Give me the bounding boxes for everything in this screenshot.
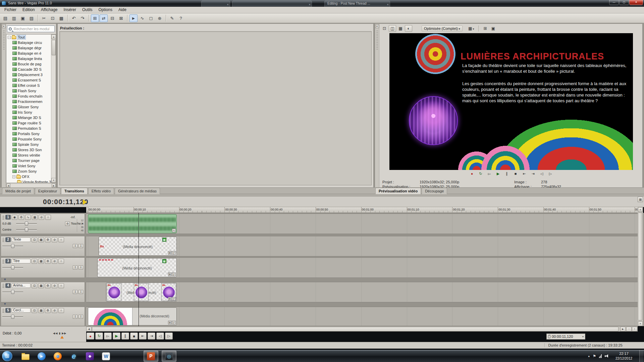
video-clip-cercles[interactable]: (Média déconnecté) <box>88 307 177 325</box>
timeline-previous-frame-button[interactable]: ◁ <box>156 333 164 340</box>
maximize-button[interactable] <box>619 0 629 5</box>
transition-item-tourner-page[interactable]: Tourner page <box>6 158 56 163</box>
bypass-motion-blur-button[interactable]: ⊡ <box>32 283 37 288</box>
track-drag-handle[interactable] <box>2 215 4 220</box>
normal-edit-tool-button[interactable]: ► <box>129 14 138 22</box>
background-window-tab[interactable]: Editing - Post New Thread ... <box>324 1 390 7</box>
pan-fader[interactable] <box>16 228 37 232</box>
dock-grip[interactable] <box>2 24 6 187</box>
dock-grip[interactable] <box>375 24 379 187</box>
tree-horizontal-scrollbar[interactable] <box>6 183 56 188</box>
open-button[interactable]: ▥ <box>10 14 18 22</box>
taskbar-media-player[interactable] <box>34 351 49 362</box>
cut-button[interactable]: ✂ <box>40 14 48 22</box>
zoom-in-button[interactable] <box>632 327 637 331</box>
menu-edition[interactable]: Edition <box>19 7 38 13</box>
taskbar-windows-explorer[interactable] <box>18 351 33 362</box>
solo-button[interactable]: ○ <box>58 259 64 264</box>
transition-item-fondu-enchain[interactable]: Fondu enchaîn <box>6 94 56 99</box>
video-track-header-4[interactable]: 4Anima...⊡▦⚙⊘○↥↧ <box>1 282 85 302</box>
transition-item-boucle-de-pag[interactable]: Boucle de pag <box>6 61 56 67</box>
timeline-record-button[interactable]: ● <box>87 333 94 340</box>
video-preview-canvas[interactable]: LUMIÈRES ARCHIPICTURALES La façade du th… <box>389 33 633 170</box>
taskbar-internet-explorer[interactable] <box>66 351 81 362</box>
video-track-header-2[interactable]: 2Texte⊡▦⚙⊘○↥↧ <box>1 236 85 256</box>
undo-button[interactable]: ↶ <box>70 14 78 22</box>
preview-loop-playback-button[interactable]: ↻ <box>477 171 484 176</box>
scrollbar-thumb[interactable] <box>52 40 56 55</box>
close-button[interactable] <box>629 0 643 5</box>
menu-fichier[interactable]: Fichier <box>1 7 19 13</box>
transition-item-effet-croise-s[interactable]: Effet croisé S <box>6 83 56 88</box>
track-drag-handle[interactable] <box>2 308 4 313</box>
clip-fx-button[interactable] <box>172 297 176 301</box>
bypass-motion-blur-button[interactable]: ⊡ <box>32 259 37 264</box>
mute-button[interactable]: ⊘ <box>52 283 57 288</box>
zoom-edit-tool-button[interactable]: ⊕ <box>156 14 164 22</box>
transition-item-melange-3d-s[interactable]: Mélange 3D S <box>6 115 56 120</box>
preview-quality-dropdown[interactable]: Optimisée (Complet) <box>422 25 463 32</box>
expand-icon[interactable]: + <box>12 175 15 178</box>
preview-record-button[interactable]: ● <box>469 171 475 176</box>
expand-track-down-button[interactable]: ↧ <box>78 315 83 319</box>
timeline-go-to-end-button[interactable]: ⇥ <box>148 333 155 340</box>
expand-track-up-button[interactable]: ↥ <box>73 315 77 319</box>
lock-envelopes-button[interactable]: ⊟ <box>108 14 116 22</box>
expand-track-down-button[interactable]: ↧ <box>78 265 83 269</box>
project-properties-button[interactable]: ▨ <box>28 14 36 22</box>
solo-button[interactable]: ○ <box>45 215 51 220</box>
background-window-tab[interactable] <box>232 1 312 7</box>
timeline-pause-button[interactable]: ∥ <box>121 333 129 340</box>
tree-folder-ofx[interactable]: + OFX <box>6 174 56 179</box>
scroll-down-icon[interactable] <box>51 178 56 183</box>
menu-inserer[interactable]: Insérer <box>61 7 79 13</box>
solo-button[interactable]: ○ <box>58 308 64 313</box>
track-drag-handle[interactable] <box>2 238 4 242</box>
start-button[interactable] <box>2 351 12 361</box>
video-clip-anima[interactable]: (Média déconnecté) Ba Ba Ba <box>106 283 177 302</box>
cursor-time-field[interactable]: 00:00:11,120 <box>546 334 585 340</box>
expand-track-down-button[interactable]: ↧ <box>78 244 83 248</box>
auto-ripple-button[interactable]: ⇄ <box>100 14 108 22</box>
automation-settings-button[interactable]: ⚙ <box>45 283 51 288</box>
clip-fx-button[interactable] <box>172 251 176 255</box>
transition-item-stores-venitie[interactable]: Stores vénitie <box>6 153 56 158</box>
transition-item-permutation-s[interactable]: Permutation S <box>6 126 56 131</box>
clip-fx-button[interactable] <box>172 321 176 324</box>
transition-item-stores-3d-son[interactable]: Stores 3D Son <box>6 147 56 153</box>
expand-track-up-button[interactable]: ↥ <box>73 265 77 269</box>
scroll-right-icon[interactable] <box>620 327 626 331</box>
clip-pan-crop-button[interactable] <box>168 321 172 324</box>
cursor-timecode-display[interactable]: 00:00:11,120 <box>43 198 89 206</box>
video-output-fx-button[interactable] <box>397 25 404 32</box>
track-fx-button[interactable]: ▦ <box>38 308 44 313</box>
preview-next-frame-button[interactable]: ▷ <box>547 171 554 176</box>
fader-knob[interactable] <box>11 265 14 269</box>
scroll-left-icon[interactable] <box>6 184 10 187</box>
save-snapshot-button[interactable] <box>489 25 497 32</box>
mute-button[interactable]: ⊘ <box>52 237 57 242</box>
menu-options[interactable]: Options <box>96 7 115 13</box>
shuttle-control[interactable]: ◀◀ ▮ ▶▶ <box>53 332 66 335</box>
tab-media-de-projet[interactable]: Média de projet <box>2 188 34 194</box>
timeline-cursor[interactable] <box>139 207 139 326</box>
close-icon[interactable] <box>227 2 229 7</box>
module-search-box[interactable] <box>7 25 55 32</box>
transition-item-balayage-linea[interactable]: Balayage linéa <box>6 56 56 61</box>
timeline-next-frame-button[interactable]: ▷ <box>165 333 173 340</box>
fader-knob[interactable] <box>11 290 14 294</box>
new-project-button[interactable]: ▤ <box>1 14 9 22</box>
mute-button[interactable]: ⊘ <box>52 259 57 264</box>
fader-knob[interactable] <box>11 244 14 248</box>
shuttle-marker[interactable] <box>60 336 64 339</box>
preselection-area[interactable] <box>59 31 372 185</box>
tree-vertical-scrollbar[interactable] <box>51 35 56 183</box>
overlay-grid-button[interactable] <box>467 25 476 32</box>
arm-record-button[interactable]: ◉ <box>12 215 17 220</box>
video-track-header-3[interactable]: 3Titre⊡▦⚙⊘○↥↧ <box>1 257 85 278</box>
timeline-go-to-start-button[interactable]: ⇤ <box>139 333 147 340</box>
clip-pan-crop-button[interactable] <box>168 297 172 301</box>
tree-root-row[interactable]: − Tout <box>6 35 56 40</box>
dropdown-caret-icon[interactable] <box>582 335 584 338</box>
scrollbar-thumb[interactable] <box>92 327 619 331</box>
